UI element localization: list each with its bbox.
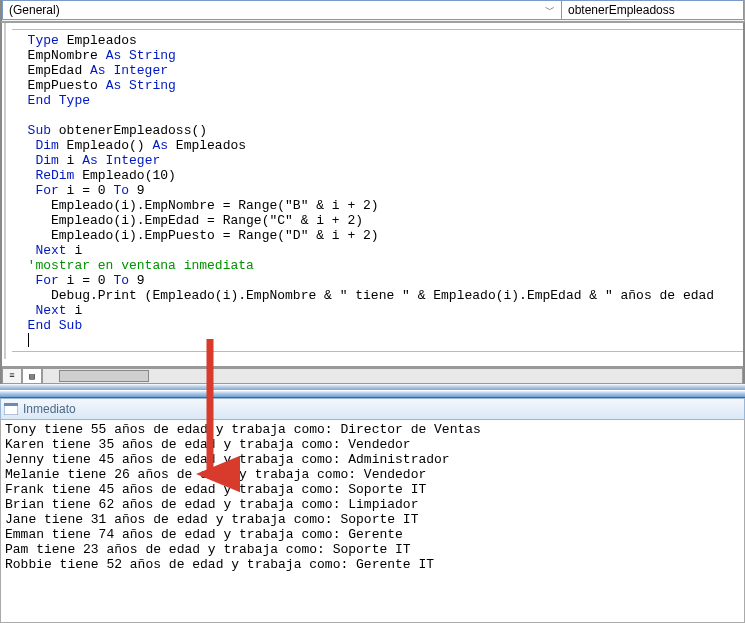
code-editor[interactable]: Type Empleados EmpNombre As String EmpEd… [0,22,745,384]
procedure-view-button[interactable]: ≡ [2,368,22,384]
code-content[interactable]: Type Empleados EmpNombre As String EmpEd… [12,33,743,349]
full-module-view-button[interactable]: ▤ [22,368,42,384]
immediate-window-header[interactable]: Inmediato [0,398,745,420]
text-cursor [28,333,29,347]
immediate-window-title: Inmediato [23,402,76,416]
svg-rect-2 [4,403,18,406]
object-proc-toolbar: (General) ﹀ obtenerEmpleadoss [0,0,745,22]
pane-splitter-accent[interactable] [0,390,745,398]
immediate-output[interactable]: Tony tiene 55 años de edad y trabaja com… [5,422,740,572]
object-dropdown[interactable]: (General) ﹀ [2,0,562,20]
horizontal-scrollbar[interactable] [42,368,743,384]
immediate-window[interactable]: Tony tiene 55 años de edad y trabaja com… [0,420,745,623]
procedure-dropdown[interactable]: obtenerEmpleadoss [562,0,744,20]
scrollbar-thumb[interactable] [59,370,149,382]
object-dropdown-value: (General) [9,3,60,17]
view-mode-bar: ≡ ▤ [2,366,743,384]
chevron-down-icon: ﹀ [541,3,559,17]
procedure-dropdown-value: obtenerEmpleadoss [568,3,675,17]
immediate-window-icon [3,402,19,416]
